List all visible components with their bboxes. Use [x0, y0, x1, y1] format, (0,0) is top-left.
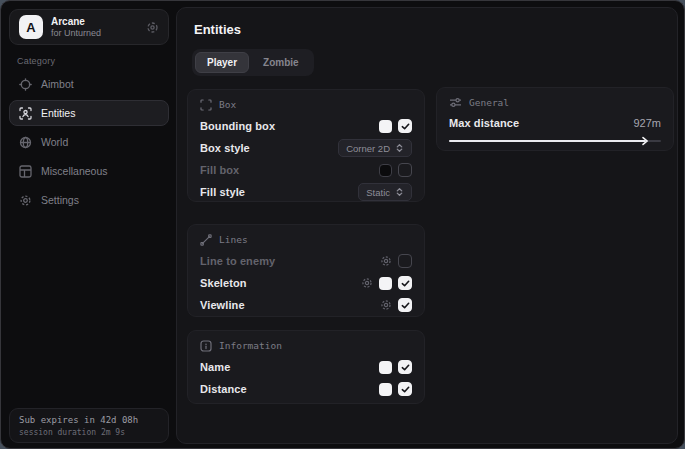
sidebar-nav: Aimbot Entities World	[9, 71, 169, 213]
lines-card: Lines Line to enemy Skeleton	[187, 224, 425, 317]
app-subtitle: for Unturned	[51, 28, 101, 39]
slider-thumb-arrow-icon[interactable]	[640, 136, 650, 146]
row-label: Viewline	[200, 299, 245, 311]
max-distance-slider-fill	[449, 140, 646, 142]
row-label: Line to enemy	[200, 255, 275, 267]
line-segment-icon	[200, 234, 212, 246]
dropdown-value: Static	[366, 187, 390, 198]
tab-group: Player Zombie	[192, 49, 314, 76]
row-label: Bounding box	[200, 120, 275, 132]
row-label: Skeleton	[200, 277, 247, 289]
name-checkbox[interactable]	[398, 360, 412, 374]
row-label: Max distance	[449, 117, 519, 129]
setting-row-name: Name	[200, 356, 412, 378]
setting-row-skeleton: Skeleton	[200, 272, 412, 294]
box-card-title: Box	[219, 99, 236, 110]
setting-row-max-distance: Max distance 927m	[449, 113, 661, 133]
box-corners-icon	[200, 99, 212, 111]
sidebar-item-label: Settings	[41, 194, 79, 206]
fill-box-checkbox[interactable]	[398, 163, 412, 177]
setting-row-distance: Distance	[200, 378, 412, 400]
color-swatch[interactable]	[379, 164, 392, 177]
row-label: Box style	[200, 142, 250, 154]
subscription-card: Sub expires in 42d 08h session duration …	[9, 408, 169, 443]
session-duration-text: session duration 2m 9s	[19, 427, 159, 438]
general-card-title: General	[469, 97, 509, 108]
box-style-dropdown[interactable]: Corner 2D	[338, 139, 412, 157]
sliders-icon	[449, 96, 462, 109]
sync-icon[interactable]	[146, 21, 159, 34]
general-card-header: General	[449, 95, 661, 110]
gear-icon[interactable]	[361, 277, 373, 289]
app-name: Arcane	[51, 16, 101, 28]
distance-checkbox[interactable]	[398, 382, 412, 396]
sidebar-item-world[interactable]: World	[9, 129, 169, 155]
sidebar-item-entities[interactable]: Entities	[9, 100, 169, 126]
sidebar-item-aimbot[interactable]: Aimbot	[9, 71, 169, 97]
setting-row-fill-style: Fill style Static	[200, 181, 412, 203]
box-card: Box Bounding box Box style Corner 2D	[187, 89, 425, 202]
info-badge-icon	[200, 340, 212, 352]
lines-card-header: Lines	[200, 232, 412, 247]
fill-style-dropdown[interactable]: Static	[358, 183, 412, 201]
max-distance-value: 927m	[633, 117, 661, 129]
page-title: Entities	[194, 22, 241, 37]
box-card-header: Box	[200, 97, 412, 112]
sidebar-item-settings[interactable]: Settings	[9, 187, 169, 213]
main-panel: Entities Player Zombie Box Bounding box	[176, 7, 678, 444]
sidebar-item-label: Entities	[41, 107, 75, 119]
sub-expires-text: Sub expires in 42d 08h	[19, 414, 159, 427]
globe-icon	[19, 136, 32, 149]
gear-icon[interactable]	[380, 255, 392, 267]
color-swatch[interactable]	[379, 361, 392, 374]
app-window: A Arcane for Unturned Category Aimbot	[0, 0, 685, 449]
setting-row-viewline: Viewline	[200, 294, 412, 316]
app-header-card: A Arcane for Unturned	[9, 9, 169, 45]
tab-player[interactable]: Player	[195, 52, 249, 73]
row-label: Name	[200, 361, 230, 373]
general-card: General Max distance 927m	[436, 87, 674, 151]
color-swatch[interactable]	[379, 120, 392, 133]
app-logo: A	[19, 15, 43, 39]
bounding-box-checkbox[interactable]	[398, 119, 412, 133]
sidebar-item-label: Miscellaneous	[41, 165, 108, 177]
app-title-block: Arcane for Unturned	[51, 16, 101, 39]
information-card-title: Information	[219, 340, 282, 351]
dropdown-value: Corner 2D	[346, 143, 390, 154]
gear-icon[interactable]	[380, 299, 392, 311]
crosshair-icon	[19, 78, 32, 91]
setting-row-box-style: Box style Corner 2D	[200, 137, 412, 159]
setting-row-fill-box: Fill box	[200, 159, 412, 181]
panels-icon	[19, 165, 32, 178]
line-to-enemy-checkbox[interactable]	[398, 254, 412, 268]
gear-icon	[19, 194, 32, 207]
entity-scan-icon	[19, 107, 32, 120]
chevrons-up-down-icon	[395, 187, 404, 197]
row-label: Fill style	[200, 186, 245, 198]
chevrons-up-down-icon	[395, 143, 404, 153]
viewline-checkbox[interactable]	[398, 298, 412, 312]
sidebar-item-miscellaneous[interactable]: Miscellaneous	[9, 158, 169, 184]
row-label: Distance	[200, 383, 247, 395]
setting-row-bounding-box: Bounding box	[200, 115, 412, 137]
tab-zombie[interactable]: Zombie	[251, 52, 311, 73]
color-swatch[interactable]	[379, 383, 392, 396]
information-card: Information Name Distance	[187, 330, 425, 404]
lines-card-title: Lines	[219, 234, 248, 245]
max-distance-slider[interactable]	[449, 136, 661, 146]
row-label: Fill box	[200, 164, 239, 176]
sidebar-item-label: World	[41, 136, 68, 148]
setting-row-line-to-enemy: Line to enemy	[200, 250, 412, 272]
information-card-header: Information	[200, 338, 412, 353]
sidebar-item-label: Aimbot	[41, 78, 74, 90]
color-swatch[interactable]	[379, 277, 392, 290]
skeleton-checkbox[interactable]	[398, 276, 412, 290]
category-label: Category	[17, 56, 55, 66]
